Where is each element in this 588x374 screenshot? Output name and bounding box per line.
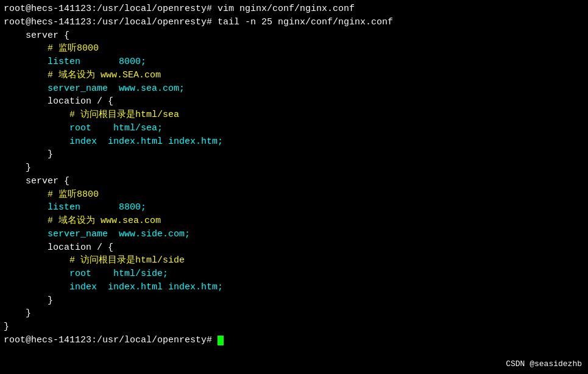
terminal-line-l23: } (4, 294, 584, 308)
terminal-line-l16: # 域名设为 www.sea.com (4, 214, 584, 228)
terminal-content: root@hecs-141123:/usr/local/openresty# v… (4, 2, 584, 347)
terminal-text: root@hecs-141123:/usr/local/openresty# (4, 4, 218, 14)
terminal-line-l21: root html/side; (4, 267, 584, 281)
terminal-text: # 访问根目录是html/sea (4, 110, 179, 120)
terminal-text: server_name www.side.com; (4, 229, 190, 239)
terminal-line-l12: } (4, 161, 584, 175)
terminal-text: } (4, 149, 53, 160)
terminal-text: server { (4, 30, 69, 41)
terminal-line-l7: location / { (4, 95, 584, 108)
terminal-line-l9: root html/sea; (4, 122, 584, 135)
terminal-text: listen 8000; (4, 57, 146, 67)
terminal-text: } (4, 163, 31, 173)
terminal-text: } (4, 308, 31, 319)
terminal-line-l25: } (4, 320, 584, 334)
terminal-line-l8: # 访问根目录是html/sea (4, 108, 584, 122)
terminal-line-l4: # 域名设为 www.SEA.com (4, 69, 584, 82)
terminal-text: } (4, 322, 9, 332)
terminal-text: root html/side; (4, 269, 168, 279)
terminal-line-l22: index index.html index.htm; (4, 281, 584, 294)
terminal-line-l13: server { (4, 175, 584, 188)
terminal: root@hecs-141123:/usr/local/openresty# v… (0, 0, 588, 374)
terminal-text: root html/sea; (4, 123, 163, 133)
terminal-text: location / { (4, 96, 113, 107)
terminal-text: # 访问根目录是html/side (4, 255, 185, 266)
terminal-line-l5: server_name www.sea.com; (4, 82, 584, 96)
terminal-text: server { (4, 176, 69, 186)
terminal-line-l20: # 访问根目录是html/side (4, 254, 584, 267)
terminal-line-l19: location / { (4, 241, 584, 255)
terminal-line-l11: } (4, 148, 584, 161)
terminal-line-l3: listen 8000; (4, 55, 584, 69)
terminal-line-l10: index index.html index.htm; (4, 135, 584, 149)
terminal-text: } (4, 295, 53, 306)
terminal-text: index index.html index.htm; (4, 282, 223, 292)
terminal-cursor (218, 336, 224, 345)
terminal-text: listen 8800; (4, 202, 146, 213)
watermark: CSDN @seasidezhb (506, 359, 582, 370)
terminal-text: tail -n 25 nginx/conf/nginx.conf (218, 17, 393, 27)
terminal-line-cmd2: root@hecs-141123:/usr/local/openresty# t… (4, 16, 584, 29)
terminal-line-l15: listen 8800; (4, 201, 584, 214)
terminal-text: # 域名设为 www.sea.com (4, 216, 161, 226)
terminal-text: vim nginx/conf/nginx.conf (218, 4, 355, 14)
terminal-text: # 监听8800 (4, 189, 99, 200)
terminal-text: server_name www.sea.com; (4, 83, 185, 94)
terminal-text: # 域名设为 www.SEA.com (4, 70, 161, 80)
terminal-line-l14: # 监听8800 (4, 188, 584, 202)
terminal-text: index index.html index.htm; (4, 136, 223, 147)
terminal-text: root@hecs-141123:/usr/local/openresty# (4, 17, 218, 27)
terminal-line-l1: server { (4, 29, 584, 43)
terminal-text: location / { (4, 242, 113, 253)
terminal-line-cmd1: root@hecs-141123:/usr/local/openresty# v… (4, 2, 584, 16)
terminal-text: root@hecs-141123:/usr/local/openresty# (4, 335, 218, 345)
terminal-line-l24: } (4, 307, 584, 320)
terminal-line-l17: server_name www.side.com; (4, 228, 584, 241)
terminal-text: # 监听8000 (4, 43, 99, 54)
terminal-line-l2: # 监听8000 (4, 42, 584, 55)
terminal-line-cmd3: root@hecs-141123:/usr/local/openresty# (4, 334, 584, 347)
